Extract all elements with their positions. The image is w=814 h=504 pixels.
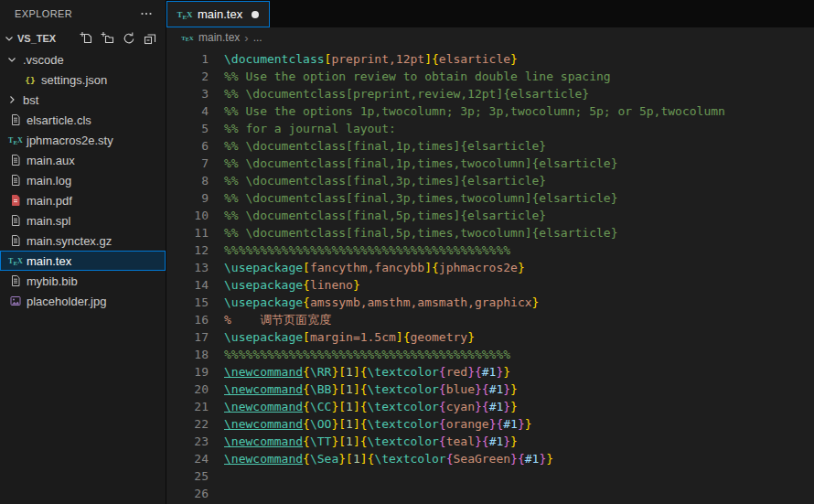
code-line-26[interactable] xyxy=(224,485,725,502)
code-line-24[interactable]: \newcommand{\Sea}[1]{\textcolor{SeaGreen… xyxy=(224,450,725,467)
code-line-15[interactable]: \usepackage{amssymb,amsthm,amsmath,graph… xyxy=(224,294,725,311)
tex-file-icon: TEX xyxy=(8,253,23,268)
doc-file-icon xyxy=(8,173,23,188)
line-number: 8 xyxy=(166,172,209,189)
code-line-12[interactable]: %%%%%%%%%%%%%%%%%%%%%%%%%%%%%%%%%%%%%%%% xyxy=(224,241,725,259)
breadcrumb-item-symbol[interactable]: ... xyxy=(253,31,262,44)
explorer-header: EXPLORER xyxy=(0,0,166,27)
modified-dot-icon[interactable] xyxy=(252,11,259,18)
tree-item-main-log[interactable]: main.log xyxy=(0,170,166,190)
code-line-18[interactable]: %%%%%%%%%%%%%%%%%%%%%%%%%%%%%%%%%%%%%%%% xyxy=(224,346,725,363)
line-number: 16 xyxy=(166,311,209,328)
line-number: 14 xyxy=(166,276,209,294)
code-line-13[interactable]: \usepackage[fancythm,fancybb]{jphmacros2… xyxy=(224,259,725,276)
line-number: 5 xyxy=(166,120,209,137)
code-line-11[interactable]: %% \documentclass[final,5p,times,twocolu… xyxy=(224,224,725,241)
tex-file-icon: TEX xyxy=(8,133,23,147)
line-number: 23 xyxy=(166,433,209,450)
tree-item-placeholder-jpg[interactable]: placeholder.jpg xyxy=(0,291,166,311)
chevron-right-icon xyxy=(5,92,19,107)
tree-item-label: elsarticle.cls xyxy=(27,113,91,127)
code-line-1[interactable]: \documentclass[preprint,12pt]{elsarticle… xyxy=(224,50,725,68)
line-number: 13 xyxy=(166,259,209,276)
section-actions xyxy=(79,30,158,47)
tree-item-vscode[interactable]: .vscode xyxy=(0,49,166,70)
code-editor[interactable]: 1234567891011121314151617181920212223242… xyxy=(166,48,814,504)
json-icon: {} xyxy=(23,72,37,87)
line-number: 25 xyxy=(166,467,209,485)
code-line-7[interactable]: %% \documentclass[final,1p,times,twocolu… xyxy=(224,155,725,172)
line-number: 24 xyxy=(166,450,209,467)
line-number: 20 xyxy=(166,381,209,398)
breadcrumb-item-file[interactable]: main.tex xyxy=(198,31,240,44)
explorer-sidebar: EXPLORER VS_TEX .vscode{}settings.jsonbs… xyxy=(0,0,166,504)
code-line-5[interactable]: %% for a journal layout: xyxy=(224,120,725,137)
tree-item-bst[interactable]: bst xyxy=(0,90,166,110)
code-line-25[interactable] xyxy=(224,467,725,485)
tree-item-label: jphmacros2e.sty xyxy=(27,134,113,147)
code-lines: \documentclass[preprint,12pt]{elsarticle… xyxy=(209,48,725,504)
explorer-title: EXPLORER xyxy=(15,8,72,19)
collapse-folders-icon[interactable] xyxy=(142,30,158,47)
chevron-down-icon xyxy=(5,52,19,67)
tree-item-mybib-bib[interactable]: mybib.bib xyxy=(0,271,166,291)
doc-file-icon xyxy=(8,273,23,288)
tree-item-main-tex[interactable]: TEXmain.tex xyxy=(0,251,166,271)
line-number: 12 xyxy=(166,241,209,259)
code-line-17[interactable]: \usepackage[margin=1.5cm]{geometry} xyxy=(224,328,725,346)
code-line-19[interactable]: \newcommand{\RR}[1]{\textcolor{red}{#1}} xyxy=(224,363,725,381)
tree-item-label: main.log xyxy=(27,174,71,188)
tree-item-label: main.spl xyxy=(27,214,70,228)
section-label: VS_TEX xyxy=(17,33,56,44)
doc-file-icon xyxy=(8,233,23,248)
tree-item-label: main.aux xyxy=(27,154,75,167)
tree-item-jphmacros2e-sty[interactable]: TEXjphmacros2e.sty xyxy=(0,130,166,150)
code-line-14[interactable]: \usepackage{lineno} xyxy=(224,276,725,294)
tree-item-settings-json[interactable]: {}settings.json xyxy=(0,70,166,90)
code-line-22[interactable]: \newcommand{\OO}[1]{\textcolor{orange}{#… xyxy=(224,415,725,433)
more-actions-icon[interactable] xyxy=(138,5,155,22)
refresh-explorer-icon[interactable] xyxy=(121,30,137,47)
line-number: 17 xyxy=(166,328,209,346)
new-folder-icon[interactable] xyxy=(100,30,116,47)
code-line-23[interactable]: \newcommand{\TT}[1]{\textcolor{teal}{#1}… xyxy=(224,433,725,450)
doc-file-icon xyxy=(8,213,23,228)
breadcrumb: TEX main.tex › ... xyxy=(166,27,814,48)
tab-main-tex[interactable]: TEX main.tex xyxy=(166,1,270,27)
tree-item-main-pdf[interactable]: main.pdf xyxy=(0,190,166,210)
tree-item-main-spl[interactable]: main.spl xyxy=(0,210,166,231)
chevron-down-icon xyxy=(2,31,16,46)
line-number: 6 xyxy=(166,137,209,155)
doc-file-icon xyxy=(8,113,23,127)
code-line-2[interactable]: %% Use the option review to obtain doubl… xyxy=(224,68,725,85)
code-line-9[interactable]: %% \documentclass[final,3p,times,twocolu… xyxy=(224,189,725,207)
tree-item-main-synctex-gz[interactable]: main.synctex.gz xyxy=(0,231,166,251)
code-line-6[interactable]: %% \documentclass[final,1p,times]{elsart… xyxy=(224,137,725,155)
section-vs-tex[interactable]: VS_TEX xyxy=(0,27,166,49)
code-line-20[interactable]: \newcommand{\BB}[1]{\textcolor{blue}{#1}… xyxy=(224,381,725,398)
tree-item-label: placeholder.jpg xyxy=(27,295,106,308)
tree-item-label: mybib.bib xyxy=(27,274,78,288)
tree-item-label: main.pdf xyxy=(27,194,72,208)
line-number: 9 xyxy=(166,189,209,207)
tree-item-elsarticle-cls[interactable]: elsarticle.cls xyxy=(0,110,166,130)
new-file-icon[interactable] xyxy=(79,30,95,47)
line-number: 2 xyxy=(166,68,209,85)
tree-item-label: .vscode xyxy=(23,53,64,67)
file-tree: .vscode{}settings.jsonbstelsarticle.clsT… xyxy=(0,49,166,311)
tree-item-main-aux[interactable]: main.aux xyxy=(0,150,166,170)
doc-file-icon xyxy=(8,153,23,167)
gutter: 1234567891011121314151617181920212223242… xyxy=(166,48,209,504)
image-file-icon xyxy=(8,294,23,308)
code-line-21[interactable]: \newcommand{\CC}[1]{\textcolor{cyan}{#1}… xyxy=(224,398,725,415)
line-number: 15 xyxy=(166,294,209,311)
code-line-10[interactable]: %% \documentclass[final,5p,times]{elsart… xyxy=(224,207,725,224)
code-line-16[interactable]: % 调节页面宽度 xyxy=(224,311,725,328)
line-number: 21 xyxy=(166,398,209,415)
tex-file-icon: TEX xyxy=(181,31,194,44)
code-line-4[interactable]: %% Use the options 1p,twocolumn; 3p; 3p,… xyxy=(224,102,725,120)
code-line-3[interactable]: %% \documentclass[preprint,review,12pt]{… xyxy=(224,85,725,102)
code-line-8[interactable]: %% \documentclass[final,3p,times]{elsart… xyxy=(224,172,725,189)
tree-item-label: bst xyxy=(23,93,38,107)
line-number: 3 xyxy=(166,85,209,102)
